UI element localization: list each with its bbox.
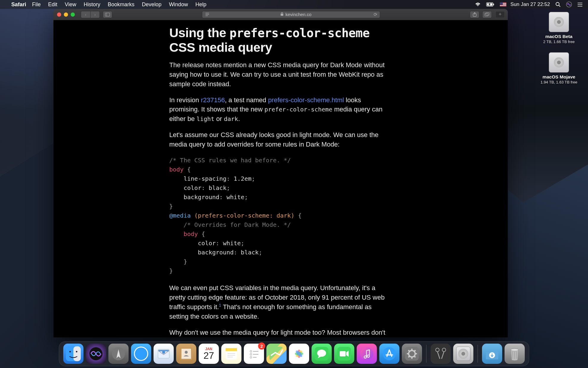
svg-point-62	[383, 347, 396, 360]
zoom-window-button[interactable]	[71, 12, 75, 17]
reader-button[interactable]	[202, 11, 212, 18]
address-bar[interactable]: kevinchen.co ⟳	[212, 11, 380, 18]
menubar: Safari File Edit View History Bookmarks …	[0, 0, 588, 9]
safari-toolbar: ‹ › kevinchen.co ⟳	[53, 9, 508, 20]
internal-disk-icon	[549, 12, 569, 32]
svg-rect-17	[485, 13, 488, 16]
dock-itunes[interactable]	[357, 344, 377, 364]
dock-appstore[interactable]	[379, 344, 399, 364]
disk-macos-beta[interactable]: macOS Beta 2 TB, 1.66 TB free	[535, 12, 583, 44]
dock-notes[interactable]	[221, 344, 241, 364]
svg-rect-1	[493, 4, 494, 5]
svg-point-56	[317, 350, 326, 357]
svg-rect-59	[340, 351, 346, 356]
disk-sublabel: 1.94 TB, 1.63 TB free	[540, 80, 577, 84]
link-revision[interactable]: r237156	[201, 96, 225, 104]
reload-icon[interactable]: ⟳	[374, 12, 377, 17]
safari-window: ‹ › kevinchen.co ⟳	[53, 9, 508, 337]
internal-disk-icon	[456, 347, 470, 361]
window-controls	[57, 12, 75, 17]
dock-mail[interactable]	[154, 344, 174, 364]
dock-maps[interactable]	[266, 344, 287, 364]
disk-label: macOS Beta	[545, 34, 572, 39]
dock-reminders[interactable]: 2	[244, 344, 264, 364]
disk-macos-mojave[interactable]: macOS Mojave 1.94 TB, 1.63 TB free	[535, 52, 583, 84]
dock-downloads[interactable]	[482, 344, 502, 364]
svg-point-26	[135, 347, 147, 360]
wifi-icon[interactable]	[475, 2, 481, 7]
share-button[interactable]	[470, 11, 479, 18]
svg-point-73	[436, 348, 439, 352]
svg-line-4	[559, 5, 560, 7]
page-content[interactable]: Using the prefers-color-scheme CSS media…	[53, 20, 508, 337]
forward-button[interactable]: ›	[90, 11, 100, 18]
siri-icon[interactable]	[566, 1, 572, 7]
notification-center-icon[interactable]	[577, 2, 583, 7]
svg-rect-14	[281, 14, 283, 16]
svg-line-72	[408, 356, 410, 357]
dock-system-preferences[interactable]	[402, 344, 422, 364]
dock-trash[interactable]	[505, 344, 525, 364]
svg-rect-40	[248, 348, 260, 359]
svg-line-69	[408, 350, 410, 351]
new-tab-button[interactable]: +	[496, 12, 504, 18]
dock-siri[interactable]	[86, 344, 106, 364]
svg-point-21	[69, 351, 71, 353]
paragraph: Why don't we use the media query for lig…	[169, 328, 392, 337]
svg-point-31	[162, 351, 165, 354]
svg-rect-20	[73, 346, 81, 361]
paragraph: The release notes mention a new CSS medi…	[169, 60, 392, 89]
close-window-button[interactable]	[57, 12, 61, 17]
minimize-window-button[interactable]	[64, 12, 68, 17]
svg-point-78	[511, 349, 519, 351]
back-button[interactable]: ‹	[81, 11, 90, 18]
input-flag-icon[interactable]	[500, 2, 506, 7]
dock-disk-shortcut[interactable]	[453, 344, 473, 364]
dock-separator	[426, 345, 426, 363]
svg-point-3	[556, 2, 559, 6]
menu-edit[interactable]: Edit	[48, 1, 57, 8]
menu-bookmarks[interactable]: Bookmarks	[108, 1, 135, 8]
svg-line-70	[414, 356, 415, 357]
menu-help[interactable]: Help	[195, 1, 206, 8]
dock-system-profiler[interactable]	[431, 344, 451, 364]
menubar-clock[interactable]: Sun Jan 27 22:52	[510, 1, 550, 7]
svg-rect-9	[105, 13, 110, 16]
dock-photos[interactable]	[289, 344, 309, 364]
svg-line-71	[414, 350, 415, 351]
menu-window[interactable]: Window	[169, 1, 188, 8]
dock-contacts[interactable]	[176, 344, 196, 364]
paragraph: We can even put CSS variables in the med…	[169, 283, 392, 321]
desktop-icons: macOS Beta 2 TB, 1.66 TB free macOS Moja…	[535, 12, 583, 93]
footnote-link[interactable]: 1	[219, 303, 221, 308]
menu-file[interactable]: File	[32, 1, 41, 8]
paragraph: In revision r237156, a test named prefer…	[169, 95, 392, 124]
paragraph: Let's assume our CSS already looks good …	[169, 130, 392, 149]
menu-history[interactable]: History	[84, 1, 100, 8]
dock-finder[interactable]	[63, 344, 83, 364]
battery-icon[interactable]	[486, 2, 494, 7]
dock-facetime[interactable]	[334, 344, 354, 364]
calendar-day: 27	[203, 351, 214, 360]
svg-rect-36	[226, 348, 237, 351]
url-text: kevinchen.co	[285, 12, 312, 17]
menu-develop[interactable]: Develop	[142, 1, 162, 8]
dock-calendar[interactable]: JAN 27	[199, 344, 219, 364]
svg-point-74	[442, 348, 446, 352]
spotlight-icon[interactable]	[555, 2, 561, 7]
svg-line-76	[442, 352, 444, 359]
link-test-file[interactable]: prefers-color-scheme.html	[268, 96, 344, 104]
reminders-badge: 2	[258, 342, 265, 350]
sidebar-button[interactable]	[103, 11, 112, 18]
dock-messages[interactable]	[312, 344, 332, 364]
menu-view[interactable]: View	[65, 1, 76, 8]
dock-safari[interactable]	[131, 344, 151, 364]
app-name-menu[interactable]: Safari	[11, 1, 26, 8]
dock-separator	[478, 345, 478, 363]
dock-launchpad[interactable]	[108, 344, 129, 364]
nav-buttons: ‹ ›	[81, 11, 100, 18]
lock-icon	[280, 12, 284, 17]
article-heading: Using the prefers-color-scheme CSS media…	[169, 26, 392, 55]
tabs-button[interactable]	[482, 11, 492, 18]
internal-disk-icon	[549, 52, 569, 73]
